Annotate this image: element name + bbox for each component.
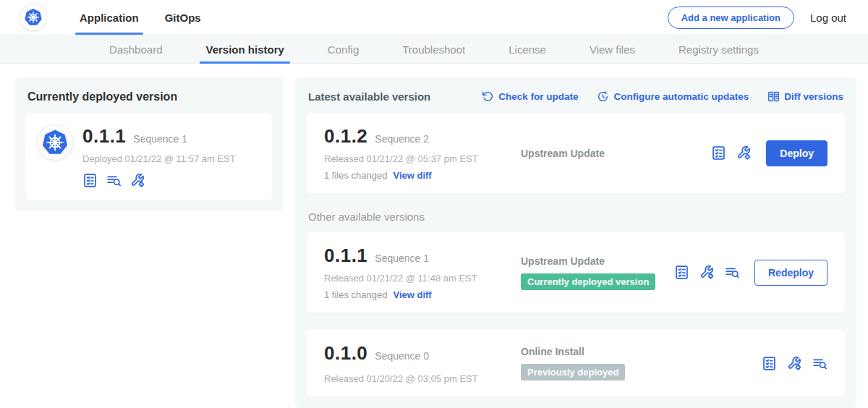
released-date: Released 01/20/22 @ 03:05 pm EST	[324, 373, 521, 384]
top-nav-tabs: Application GitOps	[67, 0, 214, 35]
previously-deployed-badge: Previously deployed	[521, 364, 625, 381]
app-kubernetes-icon	[38, 125, 72, 160]
preflight-checks-icon[interactable]	[674, 265, 689, 280]
subnav-tab-troubleshoot[interactable]: Troubleshoot	[383, 35, 484, 63]
currently-deployed-card: 0.1.1 Sequence 1 Deployed 01/21/22 @ 11:…	[26, 114, 272, 200]
redeploy-button[interactable]: Redeploy	[754, 260, 827, 286]
view-diff-link[interactable]: View diff	[393, 170, 431, 181]
view-logs-icon[interactable]	[812, 356, 827, 371]
currently-deployed-badge: Currently deployed version	[521, 273, 655, 290]
deployed-version-number: 0.1.1	[82, 125, 126, 148]
edit-config-icon[interactable]	[736, 145, 752, 161]
subnav-tab-version-history[interactable]: Version history	[187, 35, 302, 63]
subnav-tab-config[interactable]: Config	[309, 35, 378, 63]
view-logs-icon[interactable]	[106, 173, 122, 188]
other-available-title: Other available versions	[308, 211, 843, 223]
top-nav: Application GitOps Add a new application…	[0, 0, 868, 35]
sequence-label: Sequence 0	[375, 350, 429, 362]
version-card-0-1-2: 0.1.2 Sequence 2 Released 01/21/22 @ 05:…	[307, 113, 845, 193]
version-history-panel: Latest available version Check for updat…	[295, 77, 856, 408]
diff-icon	[767, 90, 780, 103]
version-number: 0.1.1	[324, 245, 367, 267]
version-card-0-1-0: 0.1.0 Sequence 0 Released 01/20/22 @ 03:…	[307, 330, 845, 396]
version-number: 0.1.2	[324, 125, 367, 148]
released-date: Released 01/21/22 @ 11:48 am EST	[324, 273, 521, 284]
deployed-date: Deployed 01/21/22 @ 11:57 am EST	[82, 153, 236, 164]
sequence-label: Sequence 1	[375, 252, 429, 264]
tab-application-label: Application	[80, 12, 139, 24]
configure-automatic-updates-link[interactable]: Configure automatic updates	[597, 90, 749, 103]
version-source-label: Upstream Update	[521, 148, 711, 159]
subnav-tab-license[interactable]: License	[490, 35, 565, 63]
logout-link[interactable]: Log out	[810, 12, 846, 24]
currently-deployed-title: Currently deployed version	[27, 90, 272, 103]
refresh-icon	[482, 90, 494, 103]
subnav-tab-registry-settings[interactable]: Registry settings	[660, 35, 778, 63]
files-changed-label: 1 files changed	[324, 289, 387, 300]
latest-available-title: Latest available version	[308, 90, 430, 103]
version-source-label: Online Install	[521, 346, 762, 357]
kubernetes-logo-icon	[20, 4, 46, 30]
version-source-label: Upstream Update	[521, 255, 674, 267]
deployed-sequence-label: Sequence 1	[133, 133, 187, 145]
main-content: Currently deployed version 0.1.1 Sequenc…	[0, 64, 868, 408]
subnav-tab-view-files[interactable]: View files	[571, 35, 654, 63]
version-card-0-1-1: 0.1.1 Sequence 1 Released 01/21/22 @ 11:…	[307, 232, 845, 313]
check-for-update-link[interactable]: Check for update	[482, 90, 578, 103]
version-number: 0.1.0	[324, 342, 367, 365]
tab-gitops-label: GitOps	[165, 12, 201, 24]
preflight-checks-icon[interactable]	[711, 145, 726, 161]
edit-config-icon[interactable]	[787, 356, 802, 371]
currently-deployed-panel: Currently deployed version 0.1.1 Sequenc…	[14, 77, 284, 211]
sequence-label: Sequence 2	[375, 133, 429, 145]
view-logs-icon[interactable]	[725, 265, 740, 280]
preflight-checks-icon[interactable]	[762, 356, 777, 371]
deploy-button[interactable]: Deploy	[766, 140, 827, 166]
preflight-checks-icon[interactable]	[82, 173, 98, 188]
files-changed-label: 1 files changed	[324, 170, 387, 181]
view-diff-link[interactable]: View diff	[393, 289, 431, 300]
subnav-tab-dashboard[interactable]: Dashboard	[90, 35, 181, 63]
tab-application[interactable]: Application	[67, 0, 152, 35]
edit-config-icon[interactable]	[699, 265, 715, 280]
edit-config-icon[interactable]	[130, 173, 145, 188]
add-application-button[interactable]: Add a new application	[668, 7, 794, 29]
app-subnav: Dashboard Version history Config Trouble…	[0, 35, 868, 64]
tab-gitops[interactable]: GitOps	[152, 0, 214, 35]
schedule-icon	[597, 90, 609, 103]
released-date: Released 01/21/22 @ 05:37 pm EST	[324, 153, 521, 164]
diff-versions-link[interactable]: Diff versions	[767, 90, 843, 103]
